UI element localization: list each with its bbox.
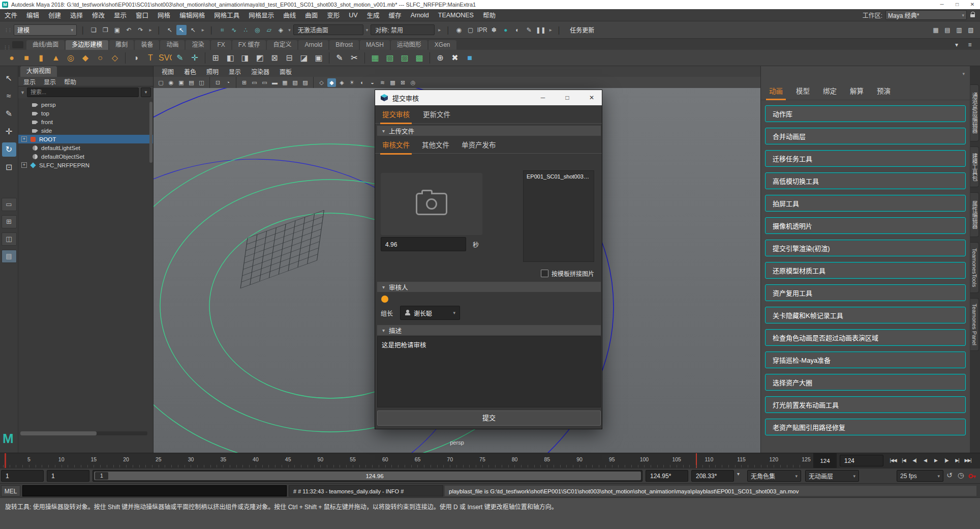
rotate-tool[interactable]: ↻: [2, 142, 16, 157]
menu-edit[interactable]: 编辑: [22, 10, 44, 20]
playback-end-field[interactable]: 124.95*: [646, 470, 688, 482]
select-tool[interactable]: ↖: [2, 71, 16, 85]
shelf-tab-fx-caching[interactable]: FX 缓存: [232, 40, 266, 50]
submit-button[interactable]: 提交: [377, 410, 601, 426]
dialog-maximize-button[interactable]: □: [557, 90, 577, 105]
bevel-icon[interactable]: ◪: [297, 51, 311, 65]
os-titlebar[interactable]: M Autodesk Maya 2018: G:\td_test\work\sh…: [0, 0, 980, 9]
viewport-menu-view[interactable]: 视图: [158, 67, 178, 76]
step-back-key-button[interactable]: ◀|: [910, 455, 919, 466]
textured-icon[interactable]: ◈: [338, 78, 346, 87]
lights-icon[interactable]: ☀: [348, 78, 356, 87]
upload-file-list[interactable]: EP001_SC01_shot003_...: [523, 170, 594, 262]
step-forward-frame-button[interactable]: ▶|: [953, 455, 962, 466]
range-slider-track[interactable]: 1 124.96: [93, 470, 642, 482]
minimize-button[interactable]: ─: [934, 0, 950, 9]
tab-teamones-tools[interactable]: TeamonesTools: [970, 242, 979, 293]
animation-end-field[interactable]: 208.33*: [691, 470, 734, 482]
poly-cylinder-icon[interactable]: ▮: [35, 51, 48, 65]
tab-solve[interactable]: 解算: [850, 85, 864, 96]
four-pane-layout[interactable]: ⊞: [2, 215, 17, 228]
animation-start-field[interactable]: 1: [1, 470, 44, 482]
tab-modeling-toolkit[interactable]: 建模工具包: [970, 146, 979, 187]
time-slider-strip[interactable]: 5101520253035404550556065707580859095100…: [0, 453, 813, 468]
workspace-selector[interactable]: Maya 经典* ▾: [885, 10, 967, 20]
playback-speed-icon[interactable]: ◷: [958, 471, 964, 479]
file-texture-icon[interactable]: ■: [463, 51, 476, 65]
high-low-model-switch-button[interactable]: 高低模切换工具: [765, 172, 966, 189]
go-to-end-button[interactable]: ▶▶|: [963, 455, 972, 466]
timeline-playhead[interactable]: [696, 453, 697, 468]
shelf-tab-bifrost[interactable]: Bifrost: [329, 40, 359, 50]
command-language-button[interactable]: MEL: [1, 485, 20, 496]
task-update-button[interactable]: 任务更新: [565, 25, 599, 34]
lock-camera-icon[interactable]: ◉: [167, 78, 175, 87]
outliner-item-slfc-nrfpeprn[interactable]: + SLFC_NRFPEPRN: [18, 161, 153, 169]
filter-icon[interactable]: ▼: [20, 90, 25, 95]
xray-icon[interactable]: ⊠: [399, 78, 407, 87]
film-gate-icon[interactable]: ▭: [250, 78, 259, 87]
oversampling-icon[interactable]: ◔: [224, 78, 232, 87]
scale-tool[interactable]: ⊡: [2, 160, 16, 174]
menu-uv[interactable]: UV: [344, 12, 362, 19]
grid-display-icon[interactable]: ▦: [931, 25, 941, 35]
symmetry-field[interactable]: 对称: 禁用: [371, 24, 435, 35]
safe-title-icon[interactable]: ▨: [301, 78, 310, 87]
submit-engine-render-button[interactable]: 提交引擎渲染(初渲): [765, 240, 966, 256]
shelf-menu-box[interactable]: [12, 41, 23, 48]
poly-cube-icon[interactable]: ■: [20, 51, 33, 65]
action-library-button[interactable]: 动作库: [765, 105, 966, 122]
menu-mesh-tools[interactable]: 网格工具: [209, 10, 244, 20]
save-scene-icon[interactable]: ▣: [112, 25, 122, 35]
tab-rigging[interactable]: 绑定: [823, 85, 837, 96]
merge-anim-layers-button[interactable]: 合并动画层: [765, 128, 966, 144]
play-backwards-button[interactable]: ◀: [921, 455, 930, 466]
curve-pencil-icon[interactable]: ✎: [173, 51, 187, 65]
render-view-icon[interactable]: ◉: [454, 25, 464, 35]
boolean-intersect-icon[interactable]: ◩: [253, 51, 266, 65]
video-thumbnail-placeholder[interactable]: [381, 173, 482, 235]
check-anim-region-button[interactable]: 检查角色动画是否超过动画表演区域: [765, 329, 966, 346]
tab-model[interactable]: 模型: [796, 85, 810, 96]
pause-viewport-icon[interactable]: ❚❚: [536, 25, 546, 35]
shelf-tab-xgen[interactable]: XGen: [428, 40, 456, 50]
motion-blur-icon[interactable]: ≋: [378, 78, 387, 87]
anim-layer-dropdown[interactable]: 无动画层 ▾: [805, 470, 859, 482]
outliner-menu-show[interactable]: 显示: [44, 77, 56, 86]
dialog-minimize-button[interactable]: ─: [533, 90, 553, 105]
extrude-icon[interactable]: ⊠: [268, 51, 281, 65]
shadows-icon[interactable]: ◐: [358, 78, 366, 87]
description-section-header[interactable]: ▾ 描述: [377, 325, 601, 335]
shelf-tab-rigging[interactable]: 装备: [135, 40, 159, 50]
shelf-editor-icon[interactable]: ≡: [965, 40, 975, 50]
tab-single-asset-publish[interactable]: 单资产发布: [462, 139, 496, 151]
outliner-item-side[interactable]: side: [18, 126, 153, 135]
undo-icon[interactable]: ↶: [124, 25, 134, 35]
step-back-frame-button[interactable]: |◀: [899, 455, 908, 466]
redo-icon[interactable]: ↷: [135, 25, 145, 35]
quad-draw-icon[interactable]: ✎: [333, 51, 346, 65]
menu-deform[interactable]: 变形: [322, 10, 344, 20]
outliner-item-default-light-set[interactable]: defaultLightSet: [18, 143, 153, 152]
shelf-tab-custom[interactable]: 自定义: [267, 40, 297, 50]
outliner-menu-display[interactable]: 显示: [23, 77, 36, 86]
menu-generate[interactable]: 生成: [362, 10, 384, 20]
playblast-tool-button[interactable]: 拍屏工具: [765, 195, 966, 212]
level-hide-keyframe-record-button[interactable]: 关卡隐藏和K帧记录工具: [765, 307, 966, 324]
menu-select[interactable]: 选择: [66, 10, 87, 20]
command-input[interactable]: [22, 485, 287, 496]
tab-attribute-editor[interactable]: 属性编辑器: [970, 192, 979, 237]
symmetry-icon[interactable]: ✖: [448, 51, 462, 65]
upload-files-section-header[interactable]: ▾ 上传文件: [377, 126, 601, 136]
outliner-persp-layout[interactable]: ▤: [2, 250, 17, 263]
ipr-render-icon[interactable]: IPR: [477, 25, 487, 35]
camera-attributes-icon[interactable]: ▣: [177, 78, 186, 87]
combine-icon[interactable]: ⊞: [209, 51, 222, 65]
shelf-tab-sculpting[interactable]: 雕刻: [109, 40, 134, 50]
tab-other-files[interactable]: 其他文件: [422, 139, 449, 151]
outliner-search-input[interactable]: 搜索...: [27, 87, 139, 97]
shelf-tab-rendering[interactable]: 渲染: [186, 40, 210, 50]
text-tool-icon[interactable]: T: [144, 51, 157, 65]
lock-workspace-icon[interactable]: [970, 12, 976, 18]
select-camera-icon[interactable]: ▢: [157, 78, 165, 87]
